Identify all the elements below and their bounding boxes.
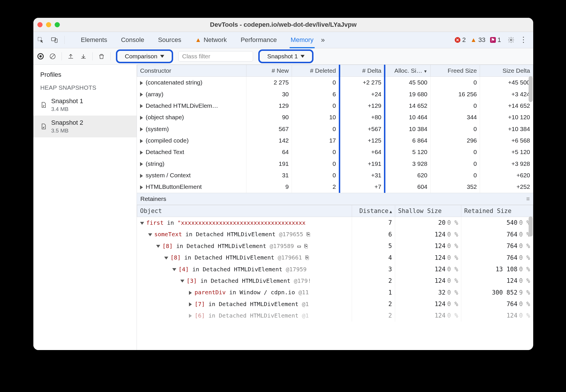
retainers-header: Retainers ≡ <box>137 193 533 205</box>
retainer-row[interactable]: someText in Detached HTMLDivElement @179… <box>137 229 533 240</box>
clear-button[interactable] <box>49 53 56 60</box>
expand-icon[interactable] <box>140 174 143 178</box>
warning-icon: ▲ <box>195 36 201 44</box>
col-freed[interactable]: Freed Size <box>431 65 480 77</box>
tab-console[interactable]: Console <box>120 32 146 48</box>
ret-col-retained[interactable]: Retained Size <box>461 205 533 217</box>
view-select-highlight: Comparison <box>116 49 173 63</box>
class-filter-placeholder: Class filter <box>182 52 210 60</box>
table-row[interactable]: HTMLButtonElement 92+7 604352+252 <box>137 181 533 193</box>
devtools-window: DevTools - codepen.io/web-dot-dev/live/L… <box>33 18 533 350</box>
ret-col-shallow[interactable]: Shallow Size <box>395 205 461 217</box>
scrollbar[interactable] <box>529 216 533 237</box>
tab-network[interactable]: ▲Network <box>194 32 228 48</box>
col-deleted[interactable]: # Deleted <box>292 65 339 77</box>
inspect-icon[interactable] <box>37 36 44 44</box>
warnings-chip[interactable]: ▲33 <box>470 36 485 44</box>
ret-col-distance[interactable]: Distance▲ <box>352 205 395 217</box>
tab-performance[interactable]: Performance <box>240 32 278 48</box>
gear-icon[interactable] <box>507 36 515 44</box>
view-select[interactable]: Comparison <box>121 51 168 62</box>
device-toggle-icon[interactable] <box>51 36 58 44</box>
warning-icon: ▲ <box>470 36 477 44</box>
expand-icon[interactable] <box>140 127 143 131</box>
col-constructor[interactable]: Constructor <box>137 65 246 77</box>
record-button[interactable] <box>37 53 44 59</box>
table-row[interactable]: (array) 306+24 19 68016 256+3 424 <box>137 89 533 100</box>
retainers-menu-icon[interactable]: ≡ <box>526 195 530 203</box>
more-tabs-button[interactable]: » <box>321 35 325 45</box>
table-row[interactable]: (string) 1910+191 3 9280+3 928 <box>137 158 533 170</box>
scrollbar[interactable] <box>529 76 533 102</box>
comparison-table-wrap: Constructor # New # Deleted # Delta Allo… <box>137 65 533 193</box>
gc-button[interactable] <box>98 53 105 60</box>
expand-icon[interactable] <box>140 139 143 143</box>
profiles-sidebar: Profiles HEAP SNAPSHOTS Snapshot 13.4 MB… <box>33 65 137 350</box>
col-new[interactable]: # New <box>246 65 292 77</box>
expand-icon[interactable] <box>140 93 143 97</box>
class-filter-input[interactable]: Class filter <box>178 51 253 62</box>
error-icon: ✕ <box>455 37 460 43</box>
expand-icon[interactable] <box>189 291 192 295</box>
retainer-row[interactable]: [7] in Detached HTMLDivElement @1 2 1240… <box>137 298 533 310</box>
kebab-menu-icon[interactable]: ⋮ <box>519 36 527 44</box>
expand-icon[interactable] <box>140 162 143 166</box>
expand-icon[interactable] <box>189 314 192 318</box>
status-chips: ✕2 ▲33 ⚑1 ⋮ <box>455 36 527 44</box>
issues-chip[interactable]: ⚑1 <box>490 36 501 44</box>
comparison-table: Constructor # New # Deleted # Delta Allo… <box>137 65 533 193</box>
table-row[interactable]: (concatenated string) 2 2750+2 275 45 50… <box>137 77 533 89</box>
errors-chip[interactable]: ✕2 <box>455 36 466 44</box>
save-profile-button[interactable] <box>80 53 87 60</box>
baseline-select-highlight: Snapshot 1 <box>258 49 313 63</box>
table-row[interactable]: (system) 5670+567 10 3840+10 384 <box>137 123 533 135</box>
heap-snapshot-icon <box>40 101 47 109</box>
expand-icon[interactable] <box>140 116 143 120</box>
macos-titlebar: DevTools - codepen.io/web-dot-dev/live/L… <box>33 18 533 32</box>
expand-icon[interactable] <box>189 302 192 306</box>
issue-icon: ⚑ <box>490 37 496 43</box>
devtools-tabbar: ElementsConsoleSources▲NetworkPerformanc… <box>33 32 533 48</box>
expand-icon[interactable] <box>140 222 144 225</box>
expand-icon[interactable] <box>140 81 143 85</box>
col-alloc[interactable]: Alloc. Si…▼ <box>385 65 431 77</box>
table-row[interactable]: Detached Text 640+64 5 1200+5 120 <box>137 146 533 158</box>
expand-icon[interactable] <box>180 280 184 283</box>
ret-col-object[interactable]: Object <box>137 205 352 217</box>
expand-icon[interactable] <box>140 151 143 155</box>
retainer-row[interactable]: first in "xxxxxxxxxxxxxxxxxxxxxxxxxxxxxx… <box>137 217 533 229</box>
retainers-table: Object Distance▲ Shallow Size Retained S… <box>137 205 533 321</box>
snapshot-item[interactable]: Snapshot 13.4 MB <box>33 94 137 116</box>
expand-icon[interactable] <box>172 268 176 271</box>
retainer-row[interactable]: [6] in Detached HTMLDivElement @1 2 1240… <box>137 310 533 321</box>
retainer-row[interactable]: [8] in Detached HTMLDivElement @179661 ⎘… <box>137 252 533 264</box>
sidebar-title: Profiles <box>33 65 137 81</box>
chevron-down-icon <box>301 55 305 58</box>
expand-icon[interactable] <box>140 104 143 108</box>
table-row[interactable]: system / Context 310+31 6200+620 <box>137 170 533 181</box>
table-row[interactable]: (compiled code) 14217+125 6 864296+6 568 <box>137 135 533 146</box>
table-row[interactable]: Detached HTMLDivElem… 1290+129 14 6520+1… <box>137 100 533 112</box>
retainer-row[interactable]: parentDiv in Window / cdpn.io @11 1 320 … <box>137 287 533 298</box>
load-profile-button[interactable] <box>67 53 74 60</box>
heap-snapshot-icon <box>40 123 47 130</box>
retainer-row[interactable]: [4] in Detached HTMLDivElement @17959 3 … <box>137 264 533 275</box>
table-row[interactable]: (object shape) 9010+80 10 464344+10 120 <box>137 112 533 123</box>
tab-sources[interactable]: Sources <box>157 32 182 48</box>
chevron-down-icon <box>160 55 164 58</box>
expand-icon[interactable] <box>164 257 168 260</box>
col-delta[interactable]: # Delta <box>339 65 385 77</box>
baseline-select[interactable]: Snapshot 1 <box>263 51 309 62</box>
sidebar-section: HEAP SNAPSHOTS <box>33 81 137 94</box>
window-title: DevTools - codepen.io/web-dot-dev/live/L… <box>33 20 533 29</box>
expand-icon[interactable] <box>156 245 160 248</box>
svg-point-3 <box>510 39 512 41</box>
expand-icon[interactable] <box>140 185 143 189</box>
retainer-row[interactable]: [8] in Detached HTMLDivElement @179589 ▭… <box>137 240 533 252</box>
expand-icon[interactable] <box>148 233 152 236</box>
tab-memory[interactable]: Memory <box>290 32 315 48</box>
snapshot-item[interactable]: Snapshot 23.5 MB <box>33 116 137 137</box>
col-size-delta[interactable]: Size Delta <box>480 65 533 77</box>
tab-elements[interactable]: Elements <box>80 32 108 48</box>
retainer-row[interactable]: [3] in Detached HTMLDivElement @179! 2 1… <box>137 275 533 287</box>
